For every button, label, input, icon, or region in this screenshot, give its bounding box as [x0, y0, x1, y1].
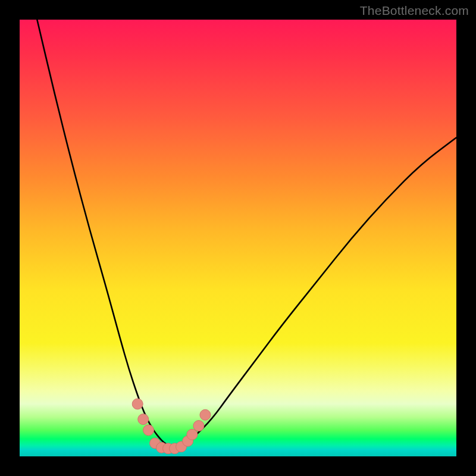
curve-group — [37, 20, 456, 447]
curve-left-branch — [37, 20, 173, 447]
marker-point-1 — [138, 414, 149, 425]
marker-point-11 — [200, 409, 211, 420]
curve-right-branch — [173, 137, 456, 447]
plot-area — [20, 20, 456, 456]
curve-svg — [20, 20, 456, 456]
marker-point-2 — [143, 425, 154, 436]
marker-point-9 — [187, 429, 198, 440]
marker-group — [132, 399, 211, 454]
marker-point-0 — [132, 399, 143, 409]
chart-frame: TheBottleneck.com — [0, 0, 476, 476]
watermark-text: TheBottleneck.com — [360, 4, 469, 18]
marker-point-10 — [193, 421, 204, 431]
